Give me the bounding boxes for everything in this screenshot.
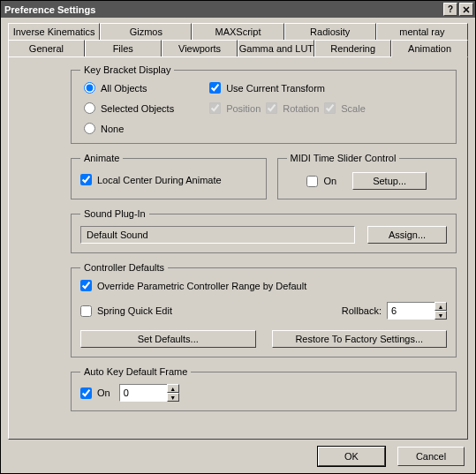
button-restore-factory[interactable]: Restore To Factory Settings... — [272, 330, 448, 348]
button-cancel[interactable]: Cancel — [397, 447, 465, 466]
legend-auto-key: Auto Key Default Frame — [80, 366, 191, 377]
rollback-spin-down[interactable]: ▼ — [434, 311, 447, 320]
button-sound-assign[interactable]: Assign... — [367, 226, 447, 244]
group-animate: Animate Local Center During Animate — [71, 153, 267, 199]
radio-all-objects-input[interactable] — [84, 82, 95, 94]
check-position: Position — [209, 102, 261, 114]
group-auto-key: Auto Key Default Frame On ▲ ▼ — [71, 366, 457, 411]
close-button[interactable] — [459, 3, 473, 16]
window-title: Preference Settings — [4, 4, 95, 15]
radio-selected-objects-label: Selected Objects — [101, 103, 174, 114]
check-position-input — [209, 102, 221, 114]
tab-animation[interactable]: Animation — [391, 40, 468, 57]
radio-selected-objects[interactable]: Selected Objects — [84, 102, 174, 114]
check-midi-on[interactable]: On — [306, 176, 336, 187]
tabs-row-2: General Files Viewports Gamma and LUT Re… — [8, 40, 468, 56]
check-use-current-transform-input[interactable] — [209, 82, 221, 94]
tab-general[interactable]: General — [8, 40, 85, 56]
help-button[interactable]: ? — [443, 3, 457, 16]
check-override-parametric-label: Override Parametric Controller Range by … — [97, 281, 306, 291]
radio-all-objects-label: All Objects — [101, 83, 147, 94]
sound-current: Default Sound — [80, 226, 355, 244]
check-midi-on-label: On — [323, 176, 336, 186]
button-ok[interactable]: OK — [318, 447, 385, 466]
tab-rendering[interactable]: Rendering — [314, 40, 391, 56]
check-autokey-on-label: On — [97, 387, 110, 398]
check-rotation-label: Rotation — [283, 103, 319, 114]
titlebar: Preference Settings ? — [1, 1, 475, 18]
check-rotation: Rotation — [266, 102, 319, 114]
radio-none[interactable]: None — [84, 123, 174, 134]
autokey-frame-input[interactable] — [119, 384, 167, 402]
titlebar-buttons: ? — [443, 3, 473, 16]
autokey-spin-down[interactable]: ▼ — [167, 393, 179, 402]
radio-none-label: None — [101, 124, 124, 134]
button-set-defaults[interactable]: Set Defaults... — [80, 330, 256, 348]
check-spring-quick-edit[interactable]: Spring Quick Edit — [80, 305, 172, 317]
check-scale-input — [324, 102, 336, 114]
autokey-spinner[interactable]: ▲ ▼ — [119, 384, 179, 402]
button-midi-setup[interactable]: Setup... — [352, 172, 427, 190]
check-midi-on-input[interactable] — [306, 176, 318, 187]
tab-radiosity[interactable]: Radiosity — [284, 23, 376, 40]
tab-inverse-kinematics[interactable]: Inverse Kinematics — [8, 23, 100, 40]
tab-maxscript[interactable]: MAXScript — [192, 23, 283, 40]
check-override-parametric-input[interactable] — [80, 280, 92, 291]
dialog-buttons: OK Cancel — [8, 440, 468, 466]
legend-controller-defaults: Controller Defaults — [80, 262, 168, 273]
tab-gamma-lut[interactable]: Gamma and LUT — [238, 40, 314, 56]
check-autokey-on[interactable]: On — [80, 387, 110, 399]
prs-row: Position Rotation Scale — [209, 102, 366, 114]
check-spring-quick-edit-input[interactable] — [80, 305, 92, 317]
check-local-center[interactable]: Local Center During Animate — [80, 170, 257, 189]
legend-sound: Sound Plug-In — [80, 208, 149, 219]
rollback-label: Rollback: — [342, 305, 382, 316]
legend-animate: Animate — [80, 153, 123, 163]
check-use-current-transform-label: Use Current Transform — [226, 83, 325, 94]
check-spring-quick-edit-label: Spring Quick Edit — [97, 305, 172, 316]
tab-body-animation: Key Bracket Display All Objects Selected… — [8, 56, 468, 440]
legend-midi: MIDI Time Slider Control — [287, 153, 400, 163]
rollback-spin-up[interactable]: ▲ — [434, 302, 447, 311]
client-area: Inverse Kinematics Gizmos MAXScript Radi… — [1, 18, 475, 473]
check-rotation-input — [266, 102, 277, 114]
autokey-spin-up[interactable]: ▲ — [167, 384, 179, 393]
check-scale-label: Scale — [341, 103, 366, 114]
group-controller-defaults: Controller Defaults Override Parametric … — [71, 262, 457, 357]
legend-key-bracket: Key Bracket Display — [80, 64, 174, 75]
group-midi: MIDI Time Slider Control On Setup... — [277, 153, 457, 199]
check-local-center-label: Local Center During Animate — [97, 175, 222, 185]
rollback-spinner[interactable]: ▲ ▼ — [387, 302, 447, 320]
check-local-center-input[interactable] — [80, 174, 92, 185]
radio-none-input[interactable] — [84, 123, 95, 134]
check-use-current-transform[interactable]: Use Current Transform — [209, 82, 366, 94]
rollback-input[interactable] — [387, 302, 434, 320]
tab-mental-ray[interactable]: mental ray — [376, 23, 468, 40]
close-icon — [463, 6, 470, 13]
tab-viewports[interactable]: Viewports — [162, 40, 238, 56]
check-scale: Scale — [324, 102, 366, 114]
preferences-window: Preference Settings ? Inverse Kinematics… — [0, 0, 476, 474]
tab-gizmos[interactable]: Gizmos — [100, 23, 192, 40]
tabs-row-1: Inverse Kinematics Gizmos MAXScript Radi… — [8, 21, 468, 40]
tab-files[interactable]: Files — [85, 40, 162, 56]
radio-selected-objects-input[interactable] — [84, 102, 95, 114]
radio-all-objects[interactable]: All Objects — [84, 82, 174, 94]
check-position-label: Position — [226, 103, 261, 114]
group-key-bracket: Key Bracket Display All Objects Selected… — [71, 64, 457, 144]
check-override-parametric[interactable]: Override Parametric Controller Range by … — [80, 280, 447, 291]
group-sound: Sound Plug-In Default Sound Assign... — [71, 208, 457, 253]
check-autokey-on-input[interactable] — [80, 387, 92, 399]
